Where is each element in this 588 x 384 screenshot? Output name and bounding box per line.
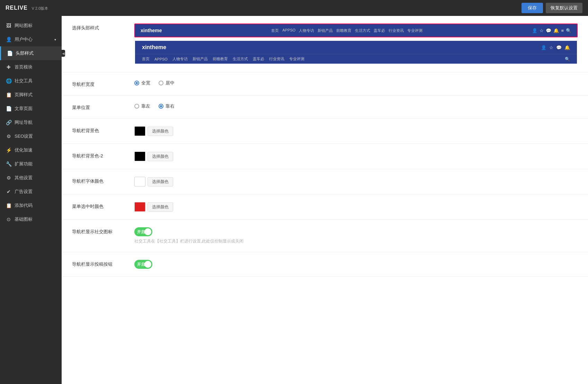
preview1-logo: xintheme xyxy=(141,28,162,33)
nav-bg2-swatch[interactable] xyxy=(134,152,145,161)
sidebar-label-user-center: 用户中心 xyxy=(15,36,33,43)
sidebar-icon-article-page: 📄 xyxy=(6,106,12,111)
social-icon-label: 导航栏显示社交图标 xyxy=(72,227,134,235)
nav-bg-choose-btn[interactable]: 选择颜色 xyxy=(148,127,173,136)
chevron-down-icon: ▾ xyxy=(54,38,56,42)
search-btn-row: 导航栏显示投稿按钮 开启 xyxy=(62,252,588,277)
sidebar-item-home-module[interactable]: ✚ 首页模块 xyxy=(0,60,62,74)
sidebar-icon-other-settings: ⚙ xyxy=(6,175,12,181)
top-bar: RELIVE V 2.0版本 保存 恢复默认设置 xyxy=(0,0,588,16)
menu-active-choose-btn[interactable]: 选择颜色 xyxy=(148,202,173,212)
sidebar-item-article-page[interactable]: 📄 文章页面 xyxy=(0,102,62,116)
nav-width-radio-group: 全宽 居中 xyxy=(134,80,578,86)
nav-bg-swatch[interactable] xyxy=(134,126,145,136)
menu-pos-right[interactable]: 靠右 xyxy=(159,103,175,109)
sidebar-item-user-center[interactable]: 👤 用户中心 ▾ xyxy=(0,33,62,46)
search-toggle-knob xyxy=(144,261,151,268)
nav-bg2-choose-btn[interactable]: 选择颜色 xyxy=(148,152,173,161)
social-icon-control: 开启 社交工具在【社交工具】栏进行设置,此处仅控制显示或关闭 xyxy=(134,227,578,244)
sidebar-item-social-tool[interactable]: 🌐 社交工具 xyxy=(0,74,62,88)
nav-bg2-picker: 选择颜色 xyxy=(134,152,578,161)
sidebar-icon-speed-opt: ⚡ xyxy=(6,147,12,153)
nav-width-label: 导航栏宽度 xyxy=(72,80,134,88)
menu-pos-left[interactable]: 靠左 xyxy=(134,103,150,109)
preview1-icons: 👤 ☆ 💬 🔔 ≡ 🔍 xyxy=(532,28,571,33)
sidebar-icon-header-style: 📄 xyxy=(7,51,13,56)
nav-bg2-row: 导航栏背景色-2 选择颜色 xyxy=(62,144,588,169)
nav-text-swatch[interactable] xyxy=(134,177,145,186)
preview2-logo: xintheme xyxy=(142,44,166,51)
sidebar-label-extra-func: 扩展功能 xyxy=(15,161,33,167)
sidebar-label-header-style: 头部样式 xyxy=(16,50,34,56)
nav-text-choose-btn[interactable]: 选择颜色 xyxy=(148,177,173,186)
menu-active-row: 菜单选中时颜色 选择颜色 xyxy=(62,194,588,220)
sidebar-label-add-code: 添加代码 xyxy=(15,202,33,209)
sidebar-icon-extra-func: 🔧 xyxy=(6,161,12,167)
sidebar-icon-home-module: ✚ xyxy=(6,64,12,70)
sidebar-item-other-settings[interactable]: ⚙ 其他设置 xyxy=(0,171,62,185)
sidebar-item-site-icon[interactable]: 🖼 网站图标 xyxy=(0,19,62,33)
top-actions: 保存 恢复默认设置 xyxy=(522,3,582,13)
header-preview-container: xintheme 首页 APPSO 人物专访 新锐产品 前瞻教育 生活方式 盖车… xyxy=(134,24,578,64)
nav-width-center-label: 居中 xyxy=(166,80,175,86)
sidebar-icon-seo-settings: ⚙ xyxy=(6,134,12,139)
sidebar-label-speed-opt: 优化加速 xyxy=(15,147,33,153)
social-icon-row: 导航栏显示社交图标 开启 社交工具在【社交工具】栏进行设置,此处仅控制显示或关闭 xyxy=(62,220,588,252)
sidebar-item-site-nav[interactable]: 🔗 网址导航 xyxy=(0,116,62,129)
social-icon-toggle-container: 开启 社交工具在【社交工具】栏进行设置,此处仅控制显示或关闭 xyxy=(134,227,578,244)
sidebar-icon-add-code: 📋 xyxy=(6,203,12,208)
sidebar-label-article-page: 文章页面 xyxy=(15,106,33,112)
sidebar-label-footer-style: 页脚样式 xyxy=(15,92,33,98)
sidebar-item-add-code[interactable]: 📋 添加代码 xyxy=(0,199,62,212)
sidebar-item-extra-func[interactable]: 🔧 扩展功能 xyxy=(0,157,62,171)
sidebar-item-base-icons[interactable]: ⊙ 基础图标 xyxy=(0,212,62,226)
app-version: V 2.0版本 xyxy=(32,6,48,10)
nav-bg-label: 导航栏背景色 xyxy=(72,126,134,134)
sidebar-icon-site-nav: 🔗 xyxy=(6,120,12,125)
header-style-row: 选择头部样式 xintheme 首页 APPSO 人物专访 新锐产品 前瞻教育 xyxy=(62,16,588,72)
sidebar: 🖼 网站图标 👤 用户中心 ▾ 📄 头部样式 ◀ ✚ 首页模块 🌐 社交工具 📋… xyxy=(0,16,62,384)
search-btn-toggle[interactable]: 开启 xyxy=(134,260,152,269)
sidebar-item-header-style[interactable]: 📄 头部样式 ◀ xyxy=(0,46,62,60)
nav-width-fullwidth-radio[interactable] xyxy=(134,81,139,85)
header-preview-2[interactable]: xintheme 👤 ☆ 💬 🔔 首页 APPSO xyxy=(134,40,578,64)
sidebar-item-speed-opt[interactable]: ⚡ 优化加速 xyxy=(0,143,62,157)
nav-bg-row: 导航栏背景色 选择颜色 xyxy=(62,119,588,144)
nav-width-center[interactable]: 居中 xyxy=(159,80,175,86)
header-preview-1[interactable]: xintheme 首页 APPSO 人物专访 新锐产品 前瞻教育 生活方式 盖车… xyxy=(134,24,578,37)
nav-text-row: 导航栏字体颜色 选择颜色 xyxy=(62,169,588,194)
menu-active-swatch[interactable] xyxy=(134,202,145,212)
header-style-control: xintheme 首页 APPSO 人物专访 新锐产品 前瞻教育 生活方式 盖车… xyxy=(134,24,578,64)
preview2-nav: 首页 APPSO 人物专访 新锐产品 前瞻教育 生活方式 盖车必 行业资讯 专业… xyxy=(135,54,577,64)
menu-position-radio-group: 靠左 靠右 xyxy=(134,103,578,109)
collapse-indicator: ◀ xyxy=(62,50,65,57)
nav-text-control: 选择颜色 xyxy=(134,177,578,186)
sidebar-item-ad-settings[interactable]: ✔ 广告设置 xyxy=(0,185,62,199)
sidebar-label-seo-settings: SEO设置 xyxy=(15,133,33,139)
sidebar-item-seo-settings[interactable]: ⚙ SEO设置 xyxy=(0,129,62,143)
menu-pos-right-radio[interactable] xyxy=(159,104,163,109)
nav-bg-picker: 选择颜色 xyxy=(134,126,578,136)
social-icon-hint: 社交工具在【社交工具】栏进行设置,此处仅控制显示或关闭 xyxy=(134,238,578,244)
nav-text-picker: 选择颜色 xyxy=(134,177,578,186)
preview1-nav: 首页 APPSO 人物专访 新锐产品 前瞻教育 生活方式 盖车必 行业资讯 专业… xyxy=(271,28,422,33)
sidebar-icon-site-icon: 🖼 xyxy=(6,23,12,28)
menu-position-label: 菜单位置 xyxy=(72,103,134,111)
sidebar-item-footer-style[interactable]: 📋 页脚样式 xyxy=(0,88,62,102)
social-icon-toggle[interactable]: 开启 xyxy=(134,227,152,236)
sidebar-label-site-nav: 网址导航 xyxy=(15,119,33,126)
menu-pos-right-label: 靠右 xyxy=(166,103,175,109)
reset-button[interactable]: 恢复默认设置 xyxy=(546,3,582,13)
menu-pos-left-radio[interactable] xyxy=(134,104,139,109)
nav-width-center-radio[interactable] xyxy=(159,81,163,85)
nav-width-fullwidth-label: 全宽 xyxy=(141,80,150,86)
nav-bg-control: 选择颜色 xyxy=(134,126,578,136)
nav-width-fullwidth[interactable]: 全宽 xyxy=(134,80,150,86)
sidebar-label-other-settings: 其他设置 xyxy=(15,175,33,181)
menu-active-control: 选择颜色 xyxy=(134,202,578,212)
header-style-label: 选择头部样式 xyxy=(72,24,134,31)
menu-active-label: 菜单选中时颜色 xyxy=(72,202,134,210)
sidebar-label-home-module: 首页模块 xyxy=(15,64,33,70)
save-button[interactable]: 保存 xyxy=(522,3,543,13)
menu-active-picker: 选择颜色 xyxy=(134,202,578,212)
